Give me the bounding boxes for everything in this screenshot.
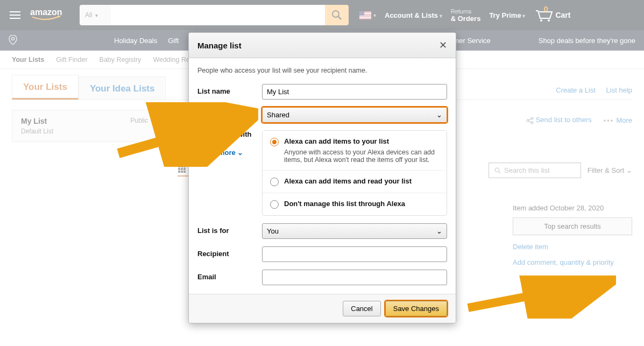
select-list-for-value: You (267, 227, 279, 235)
close-icon: ✕ (439, 40, 447, 51)
radio-desc: Anyone with access to your Alexa devices… (284, 149, 439, 164)
manage-list-modal: Manage list ✕ People who access your lis… (188, 32, 456, 323)
select-privacy[interactable]: Shared ⌄ (262, 107, 447, 123)
radio-alexa-add-read[interactable]: Alexa can add items and read your list (263, 171, 447, 193)
chevron-down-icon: ⌄ (436, 227, 442, 235)
alexa-radio-group: Alexa can add items to your list Anyone … (262, 130, 447, 216)
modal-title: Manage list (197, 41, 242, 50)
input-email[interactable] (262, 270, 447, 285)
label-list-for: List is for (197, 223, 262, 235)
svg-line-27 (468, 281, 608, 308)
annotation-arrow-save (460, 276, 616, 319)
save-changes-button[interactable]: Save Changes (385, 301, 447, 316)
modal-footer: Cancel Save Changes (189, 294, 456, 323)
radio-alexa-none[interactable]: Don't manage this list through Alexa (263, 193, 447, 215)
label-list-name: List name (197, 84, 262, 95)
label-email: Email (197, 270, 262, 281)
select-privacy-value: Shared (267, 111, 289, 119)
modal-close-button[interactable]: ✕ (439, 39, 447, 51)
annotation-arrow-privacy (108, 102, 258, 167)
radio-title: Don't manage this list through Alexa (284, 200, 439, 208)
radio-title: Alexa can add items and read your list (284, 177, 439, 185)
input-recipient[interactable] (262, 246, 447, 262)
radio-icon (270, 178, 279, 186)
cancel-button[interactable]: Cancel (343, 301, 380, 316)
modal-note: People who access your list will see you… (197, 67, 447, 74)
radio-icon (270, 200, 279, 209)
label-recipient: Recipient (197, 246, 262, 258)
chevron-down-icon: ⌄ (436, 111, 442, 119)
select-list-for[interactable]: You ⌄ (262, 223, 447, 239)
svg-line-26 (118, 116, 250, 153)
modal-header: Manage list ✕ (189, 33, 456, 58)
radio-title: Alexa can add items to your list (284, 137, 439, 145)
radio-icon (270, 138, 279, 146)
modal-body: People who access your list will see you… (189, 58, 456, 294)
radio-alexa-add[interactable]: Alexa can add items to your list Anyone … (263, 131, 447, 171)
input-list-name[interactable] (262, 84, 447, 100)
